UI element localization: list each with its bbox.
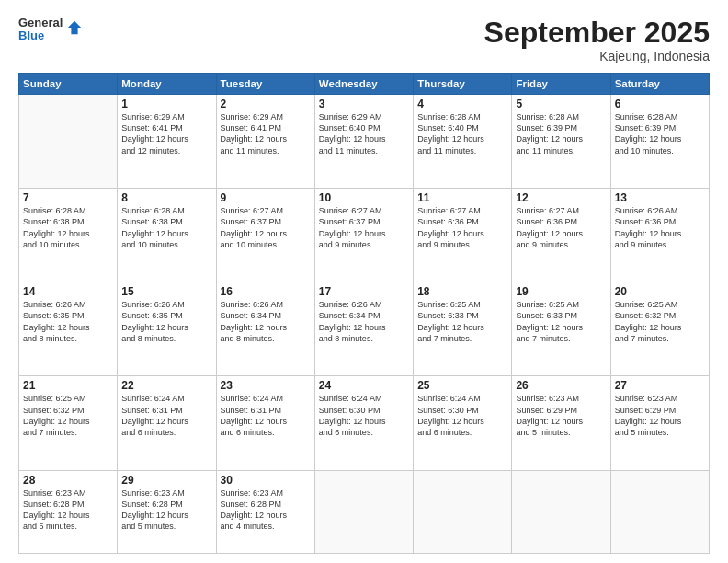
calendar-cell: 23Sunrise: 6:24 AM Sunset: 6:31 PM Dayli… (216, 376, 314, 470)
calendar-cell: 8Sunrise: 6:28 AM Sunset: 6:38 PM Daylig… (118, 189, 216, 282)
day-info: Sunrise: 6:24 AM Sunset: 6:30 PM Dayligh… (319, 393, 409, 438)
day-info: Sunrise: 6:25 AM Sunset: 6:32 PM Dayligh… (23, 393, 113, 438)
calendar-cell: 29Sunrise: 6:23 AM Sunset: 6:28 PM Dayli… (118, 470, 216, 554)
day-info: Sunrise: 6:25 AM Sunset: 6:33 PM Dayligh… (516, 299, 606, 344)
day-number: 27 (615, 379, 705, 392)
day-info: Sunrise: 6:29 AM Sunset: 6:41 PM Dayligh… (121, 111, 211, 156)
day-number: 14 (23, 285, 113, 298)
calendar-week-row: 14Sunrise: 6:26 AM Sunset: 6:35 PM Dayli… (19, 282, 710, 376)
logo: General Blue (18, 17, 83, 43)
calendar-cell: 5Sunrise: 6:28 AM Sunset: 6:39 PM Daylig… (512, 95, 610, 189)
day-info: Sunrise: 6:26 AM Sunset: 6:36 PM Dayligh… (615, 205, 705, 250)
day-info: Sunrise: 6:24 AM Sunset: 6:31 PM Dayligh… (221, 393, 311, 438)
day-number: 4 (417, 98, 507, 110)
day-info: Sunrise: 6:23 AM Sunset: 6:28 PM Dayligh… (121, 488, 211, 533)
logo-blue: Blue (18, 29, 63, 42)
calendar-cell: 17Sunrise: 6:26 AM Sunset: 6:34 PM Dayli… (314, 282, 413, 376)
calendar-cell (414, 470, 512, 554)
day-number: 5 (516, 98, 606, 110)
calendar-cell (610, 470, 709, 554)
day-info: Sunrise: 6:28 AM Sunset: 6:39 PM Dayligh… (615, 111, 705, 156)
calendar-cell: 25Sunrise: 6:24 AM Sunset: 6:30 PM Dayli… (414, 376, 512, 470)
calendar-cell: 26Sunrise: 6:23 AM Sunset: 6:29 PM Dayli… (512, 376, 610, 470)
day-info: Sunrise: 6:28 AM Sunset: 6:40 PM Dayligh… (417, 111, 507, 156)
day-info: Sunrise: 6:28 AM Sunset: 6:39 PM Dayligh… (516, 111, 606, 156)
day-number: 30 (221, 474, 311, 487)
calendar-day-header: Monday (118, 74, 216, 95)
day-number: 19 (516, 285, 606, 298)
calendar-cell: 6Sunrise: 6:28 AM Sunset: 6:39 PM Daylig… (610, 95, 709, 189)
day-info: Sunrise: 6:24 AM Sunset: 6:30 PM Dayligh… (417, 393, 507, 438)
day-info: Sunrise: 6:25 AM Sunset: 6:32 PM Dayligh… (615, 299, 705, 344)
day-number: 29 (121, 474, 211, 487)
day-info: Sunrise: 6:26 AM Sunset: 6:34 PM Dayligh… (221, 299, 311, 344)
day-number: 12 (516, 191, 606, 204)
month-title: September 2025 (484, 17, 710, 49)
day-number: 21 (23, 379, 113, 392)
calendar-day-header: Sunday (19, 74, 118, 95)
calendar-day-header: Thursday (414, 74, 512, 95)
day-info: Sunrise: 6:27 AM Sunset: 6:36 PM Dayligh… (516, 205, 606, 250)
calendar-cell: 7Sunrise: 6:28 AM Sunset: 6:38 PM Daylig… (19, 189, 118, 282)
calendar-day-header: Wednesday (314, 74, 413, 95)
day-info: Sunrise: 6:26 AM Sunset: 6:34 PM Dayligh… (319, 299, 409, 344)
page: General Blue September 2025 Kajeung, Ind… (0, 0, 728, 563)
calendar-cell: 16Sunrise: 6:26 AM Sunset: 6:34 PM Dayli… (216, 282, 314, 376)
day-number: 24 (319, 379, 409, 392)
calendar-week-row: 28Sunrise: 6:23 AM Sunset: 6:28 PM Dayli… (19, 470, 710, 554)
calendar-week-row: 7Sunrise: 6:28 AM Sunset: 6:38 PM Daylig… (19, 189, 710, 282)
calendar-cell: 30Sunrise: 6:23 AM Sunset: 6:28 PM Dayli… (216, 470, 314, 554)
day-info: Sunrise: 6:26 AM Sunset: 6:35 PM Dayligh… (121, 299, 211, 344)
day-info: Sunrise: 6:25 AM Sunset: 6:33 PM Dayligh… (417, 299, 507, 344)
calendar-day-header: Friday (512, 74, 610, 95)
calendar-cell: 20Sunrise: 6:25 AM Sunset: 6:32 PM Dayli… (610, 282, 709, 376)
calendar-cell: 27Sunrise: 6:23 AM Sunset: 6:29 PM Dayli… (610, 376, 709, 470)
calendar-cell (314, 470, 413, 554)
calendar-cell: 13Sunrise: 6:26 AM Sunset: 6:36 PM Dayli… (610, 189, 709, 282)
day-info: Sunrise: 6:23 AM Sunset: 6:28 PM Dayligh… (23, 488, 113, 533)
day-info: Sunrise: 6:23 AM Sunset: 6:29 PM Dayligh… (516, 393, 606, 438)
day-number: 2 (221, 98, 311, 110)
calendar-cell: 18Sunrise: 6:25 AM Sunset: 6:33 PM Dayli… (414, 282, 512, 376)
day-info: Sunrise: 6:27 AM Sunset: 6:37 PM Dayligh… (319, 205, 409, 250)
calendar-cell: 24Sunrise: 6:24 AM Sunset: 6:30 PM Dayli… (314, 376, 413, 470)
calendar-cell: 1Sunrise: 6:29 AM Sunset: 6:41 PM Daylig… (118, 95, 216, 189)
logo-icon (66, 19, 83, 36)
calendar-day-header: Tuesday (216, 74, 314, 95)
day-number: 3 (319, 98, 409, 110)
day-number: 28 (23, 474, 113, 487)
calendar-cell: 22Sunrise: 6:24 AM Sunset: 6:31 PM Dayli… (118, 376, 216, 470)
day-info: Sunrise: 6:24 AM Sunset: 6:31 PM Dayligh… (121, 393, 211, 438)
calendar-cell: 3Sunrise: 6:29 AM Sunset: 6:40 PM Daylig… (314, 95, 413, 189)
day-number: 25 (417, 379, 507, 392)
calendar-cell: 12Sunrise: 6:27 AM Sunset: 6:36 PM Dayli… (512, 189, 610, 282)
location: Kajeung, Indonesia (484, 49, 710, 63)
day-number: 15 (121, 285, 211, 298)
calendar-cell (19, 95, 118, 189)
calendar-cell: 9Sunrise: 6:27 AM Sunset: 6:37 PM Daylig… (216, 189, 314, 282)
day-number: 22 (121, 379, 211, 392)
day-number: 11 (417, 191, 507, 204)
calendar-cell: 15Sunrise: 6:26 AM Sunset: 6:35 PM Dayli… (118, 282, 216, 376)
logo-general: General (18, 17, 63, 29)
day-number: 9 (221, 191, 311, 204)
day-number: 26 (516, 379, 606, 392)
day-number: 17 (319, 285, 409, 298)
calendar-cell: 19Sunrise: 6:25 AM Sunset: 6:33 PM Dayli… (512, 282, 610, 376)
calendar-cell: 28Sunrise: 6:23 AM Sunset: 6:28 PM Dayli… (19, 470, 118, 554)
logo-text: General Blue (18, 17, 63, 43)
day-number: 13 (615, 191, 705, 204)
calendar-cell: 10Sunrise: 6:27 AM Sunset: 6:37 PM Dayli… (314, 189, 413, 282)
day-number: 6 (615, 98, 705, 110)
calendar-week-row: 21Sunrise: 6:25 AM Sunset: 6:32 PM Dayli… (19, 376, 710, 470)
day-number: 23 (221, 379, 311, 392)
calendar-week-row: 1Sunrise: 6:29 AM Sunset: 6:41 PM Daylig… (19, 95, 710, 189)
calendar-cell: 4Sunrise: 6:28 AM Sunset: 6:40 PM Daylig… (414, 95, 512, 189)
calendar-cell: 2Sunrise: 6:29 AM Sunset: 6:41 PM Daylig… (216, 95, 314, 189)
day-number: 7 (23, 191, 113, 204)
day-info: Sunrise: 6:29 AM Sunset: 6:40 PM Dayligh… (319, 111, 409, 156)
day-info: Sunrise: 6:27 AM Sunset: 6:36 PM Dayligh… (417, 205, 507, 250)
header: General Blue September 2025 Kajeung, Ind… (18, 17, 710, 63)
day-info: Sunrise: 6:28 AM Sunset: 6:38 PM Dayligh… (121, 205, 211, 250)
day-number: 8 (121, 191, 211, 204)
